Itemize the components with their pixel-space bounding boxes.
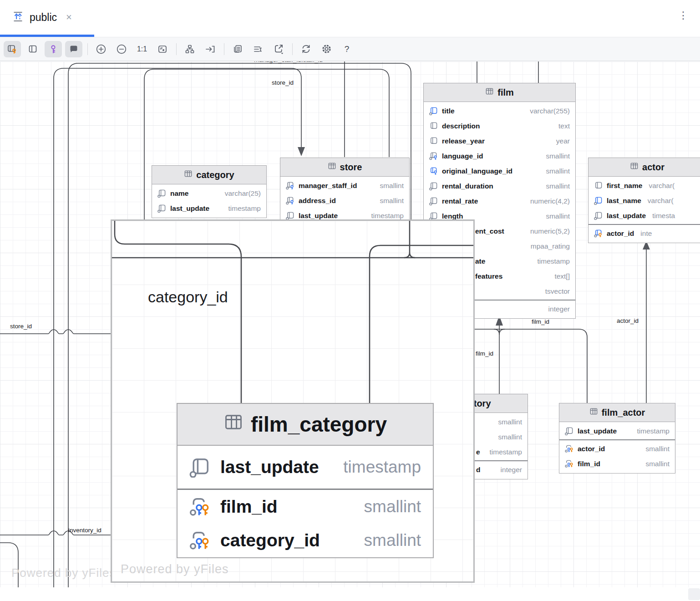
primary-foreign-key-icon [189,530,212,551]
actual-size-label: 1:1 [137,45,147,53]
column-icon [594,196,603,205]
toolbar-separator [224,43,224,55]
column-row: last_updatetimestamp [178,446,433,489]
table-icon [630,162,639,173]
scrollbar-corner [688,588,700,600]
table-title: category [196,170,234,180]
column-row: original_language_idsmallint [424,163,575,178]
diagram-canvas[interactable]: manager_staff_id.staff_id store_id store… [0,61,700,587]
column-icon [565,427,573,435]
column-row: rental_durationsmallint [424,178,575,194]
settings-gear-button[interactable] [318,41,335,57]
table-film-category[interactable]: film_category last_updatetimestamp film_… [177,403,434,558]
show-comments-button[interactable] [65,41,82,57]
column-icon [286,211,294,220]
more-menu-button[interactable]: ⋮ [678,10,688,21]
column-row: last_updatetimestamp [152,201,266,216]
column-icon [594,211,603,220]
column-row: category_idsmallint [178,524,433,557]
edge-label-film-id-right: film_id [532,318,549,325]
table-title: film [497,87,514,98]
column-row: film_idsmallint [178,490,433,524]
edge-label-film-id-left: film_id [476,350,493,357]
edge-label-store-id-top: store_id [272,79,294,86]
foreign-key-icon [286,196,294,205]
column-row: last_namevarchar( [588,193,700,208]
column-row: last_updatetimesta [588,208,700,223]
table-film-header: film [424,83,575,102]
table-store-header: store [280,158,409,177]
column-icon [429,107,438,115]
column-row: last_updatetimestamp [559,423,675,438]
toolbar-separator [176,43,177,55]
yfiles-watermark: Powered by yFiles [11,566,116,580]
help-label: ? [345,44,350,54]
tab-title: public [30,11,57,24]
edge-label-inventory-id: inventory_id [68,527,101,534]
foreign-key-icon [429,152,438,160]
column-row: release_yearyear [424,133,575,148]
table-category-header: category [152,166,266,184]
er-diagram-app: public × ⋮ [0,0,700,601]
column-icon [157,204,166,213]
tab-public[interactable]: public × [0,0,82,35]
toolbar-separator [292,43,293,55]
column-icon [429,122,438,130]
column-row: descriptiontext [424,118,575,133]
table-store[interactable]: store manager_staff_idsmallint address_i… [280,158,410,225]
table-film-actor-header: film_actor [559,403,675,422]
column-icon [157,189,166,198]
table-title: film_actor [602,407,645,418]
toolbar-separator [87,43,88,55]
show-columns-button[interactable] [24,41,41,57]
column-row: manager_staff_idsmallint [280,178,409,193]
copy-diagram-button[interactable] [229,41,246,57]
primary-foreign-key-icon [565,444,573,453]
foreign-key-icon [429,167,438,175]
foreign-key-icon [286,181,294,190]
zoom-out-button[interactable] [113,41,130,57]
table-icon [223,412,243,437]
column-row: rental_ratenumeric(4,2) [424,194,575,209]
column-row: film_idsmallint [559,456,675,471]
jump-to-object-button[interactable] [202,41,219,57]
show-keys-button[interactable] [45,41,62,57]
column-row: titlevarchar(255) [424,103,575,118]
zoom-in-button[interactable] [92,41,110,57]
show-key-columns-button[interactable] [4,41,21,57]
help-button[interactable]: ? [338,41,355,57]
tab-bar: public × ⋮ [0,0,700,36]
primary-foreign-key-icon [565,459,573,468]
export-diagram-button[interactable] [270,41,287,57]
table-film-actor[interactable]: film_actor last_updatetimestamp actor_id… [559,403,675,474]
table-icon [328,162,336,173]
table-actor[interactable]: actor first_namevarchar( last_namevarcha… [588,158,700,243]
fit-content-button[interactable] [154,41,171,57]
table-category[interactable]: category namevarchar(25) last_updatetime… [152,165,267,218]
close-icon[interactable]: × [66,12,72,22]
auto-layout-button[interactable] [181,41,198,57]
actual-size-button[interactable]: 1:1 [133,41,151,57]
primary-key-icon [594,229,603,238]
refresh-button[interactable] [297,41,314,57]
schema-icon [12,10,24,25]
magnifier-popup[interactable]: category_id film_category last_updatetim… [111,219,475,583]
column-row: actor_idsmallint [559,441,675,456]
scrollbar-track[interactable] [0,587,700,601]
column-row: first_namevarchar( [588,178,700,193]
table-icon [589,407,598,418]
column-row: namevarchar(25) [152,186,266,201]
edit-selection-button[interactable] [249,41,267,57]
primary-foreign-key-icon [189,496,212,517]
column-icon [429,182,438,190]
column-icon [594,181,603,190]
column-row: actor_idinte [588,226,700,241]
column-icon [189,457,212,478]
edge-label-category-id: category_id [148,288,228,306]
diagram-toolbar: 1:1 [0,37,700,61]
table-icon [485,87,494,98]
table-icon [184,169,193,180]
table-film-category-header: film_category [178,404,433,446]
edge-label-manager-staff: manager_staff_id.staff_id [254,61,323,63]
table-title: film_category [251,412,387,437]
